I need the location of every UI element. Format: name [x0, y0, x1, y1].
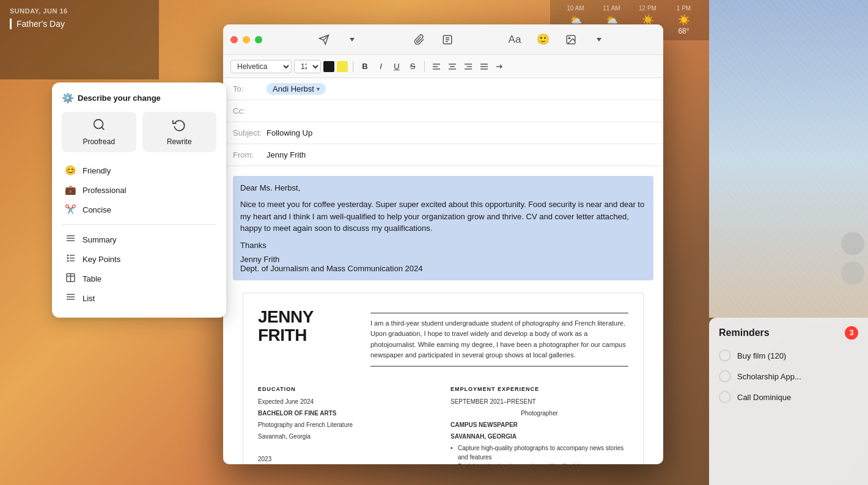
mail-window: Aa 🙂 Helvetica 12 B I U S — [223, 24, 663, 464]
reminders-header: Reminders 3 — [719, 326, 858, 340]
photo-dropdown-icon[interactable] — [592, 33, 606, 46]
resume-edu-year2: 2023 — [258, 454, 436, 464]
font-size-select[interactable]: 12 — [294, 60, 321, 73]
traffic-light-maximize[interactable] — [255, 36, 262, 43]
photo-icon[interactable] — [564, 33, 578, 46]
tone-icon: ✂️ — [64, 204, 76, 215]
align-right-button[interactable] — [462, 60, 475, 73]
email-content: Dear Ms. Herbst, Nice to meet you for co… — [223, 166, 663, 464]
traffic-light-minimize[interactable] — [243, 36, 250, 43]
recipient-name: Andi Herbst — [273, 84, 314, 93]
tone-label: Concise — [83, 205, 111, 214]
tone-label: Professional — [83, 186, 127, 195]
list-button[interactable] — [477, 60, 491, 73]
transform-label: Table — [83, 274, 101, 283]
font-icon[interactable]: Aa — [508, 33, 521, 46]
rewrite-label: Rewrite — [167, 137, 192, 146]
reminder-text: Call Dominique — [737, 393, 791, 402]
resume-columns: EDUCATION Expected June 2024 BACHELOR OF… — [258, 386, 628, 464]
email-thanks: Thanks — [240, 241, 646, 250]
calendar-date: SUNDAY, JUN 16 — [10, 7, 149, 15]
recipient-chip[interactable]: Andi Herbst ▾ — [267, 83, 326, 95]
rewrite-button[interactable]: Rewrite — [142, 112, 217, 152]
resume-emp-location: SAVANNAH, GEORGIA — [451, 432, 628, 441]
underline-button[interactable]: U — [390, 60, 403, 73]
strikethrough-button[interactable]: S — [406, 60, 419, 73]
more-format-button[interactable] — [493, 60, 507, 73]
resume-education-title: EDUCATION — [258, 386, 436, 392]
transform-item-list[interactable]: List — [62, 288, 216, 308]
italic-button[interactable]: I — [374, 60, 388, 73]
email-sig-dept: Dept. of Journalism and Mass Communicati… — [240, 264, 646, 273]
resume-edu-major: Photography and French Literature — [258, 420, 436, 429]
scroll-widget — [837, 232, 868, 285]
transform-item-key-points[interactable]: Key Points — [62, 249, 216, 269]
reminder-item[interactable]: Scholarship App... — [719, 370, 858, 382]
bold-button[interactable]: B — [358, 60, 372, 73]
reminders-list: Buy film (120) Scholarship App... Call D… — [719, 349, 858, 403]
svg-marker-2 — [350, 38, 355, 42]
transform-label: Key Points — [83, 255, 120, 264]
transform-item-summary[interactable]: Summary — [62, 230, 216, 249]
svg-line-21 — [101, 127, 104, 129]
email-selected-region: Dear Ms. Herbst, Nice to meet you for co… — [233, 176, 653, 280]
tone-item-professional[interactable]: 💼 Professional — [62, 180, 216, 200]
tone-item-concise[interactable]: ✂️ Concise — [62, 200, 216, 219]
weather-time: 11 AM — [594, 5, 630, 12]
to-label: To: — [233, 84, 267, 93]
subject-label: Subject: — [233, 128, 267, 137]
send-dropdown-icon[interactable] — [345, 33, 359, 46]
reminder-item[interactable]: Buy film (120) — [719, 349, 858, 362]
cc-field: Cc: — [223, 100, 663, 122]
email-greeting: Dear Ms. Herbst, — [240, 183, 646, 192]
reminder-circle — [719, 370, 731, 382]
scroll-circle-1 — [841, 232, 864, 255]
resume-section: JENNY FRITH I am a third-year student un… — [243, 293, 644, 465]
resume-emp-date: SEPTEMBER 2021–PRESENT — [451, 397, 628, 406]
emoji-icon[interactable]: 🙂 — [536, 33, 550, 46]
ai-gear-icon: ⚙️ — [62, 92, 73, 103]
email-body[interactable]: To: Andi Herbst ▾ Cc: Subject: Following… — [223, 78, 663, 464]
ai-actions-row: Proofread Rewrite — [62, 112, 216, 152]
ai-tones: 😊 Friendly 💼 Professional ✂️ Concise — [62, 161, 216, 219]
weather-time: 12 PM — [630, 5, 666, 12]
weather-icon: ☀️ — [666, 14, 702, 26]
highlight-color-swatch[interactable] — [337, 61, 348, 72]
calendar-event: Father's Day — [10, 18, 149, 29]
scroll-circle-2 — [841, 261, 864, 285]
resume-bio: I am a third-year student undergraduate … — [370, 318, 628, 361]
align-left-button[interactable] — [430, 60, 443, 73]
align-center-button[interactable] — [446, 60, 459, 73]
tone-item-friendly[interactable]: 😊 Friendly — [62, 161, 216, 180]
resume-edu-school: Savannah, Georgia — [258, 432, 436, 441]
reminder-item[interactable]: Call Dominique — [719, 391, 858, 403]
attachment-icon[interactable] — [413, 33, 426, 46]
text-color-swatch[interactable] — [323, 61, 334, 72]
proofread-button[interactable]: Proofread — [62, 112, 136, 152]
resume-emp-org: CAMPUS NEWSPAPER — [451, 420, 628, 429]
svg-marker-6 — [597, 38, 601, 42]
from-field: From: Jenny Frith — [223, 144, 663, 166]
resume-bio-area: I am a third-year student undergraduate … — [370, 308, 628, 371]
svg-point-25 — [67, 255, 68, 257]
send-icon[interactable] — [317, 33, 331, 46]
transform-item-table[interactable]: Table — [62, 269, 216, 288]
transform-icon — [64, 293, 76, 304]
reminders-count: 3 — [845, 326, 858, 340]
svg-point-5 — [568, 37, 570, 38]
reminder-circle — [719, 391, 731, 403]
proofread-label: Proofread — [83, 137, 115, 146]
font-select[interactable]: Helvetica — [230, 60, 292, 73]
format-sep-1 — [353, 61, 353, 72]
resume-employment-col: EMPLOYMENT EXPERIENCE SEPTEMBER 2021–PRE… — [451, 386, 628, 464]
reminder-text: Scholarship App... — [737, 372, 801, 381]
resume-header-row: JENNY FRITH I am a third-year student un… — [258, 308, 628, 371]
reminder-text: Buy film (120) — [737, 351, 786, 360]
format-icon[interactable] — [441, 33, 454, 46]
traffic-light-close[interactable] — [230, 36, 238, 43]
ai-panel-title: ⚙️ Describe your change — [62, 92, 216, 103]
transform-icon — [64, 253, 76, 264]
to-field: To: Andi Herbst ▾ — [223, 78, 663, 100]
svg-point-20 — [94, 120, 103, 129]
recipient-arrow: ▾ — [317, 86, 320, 92]
